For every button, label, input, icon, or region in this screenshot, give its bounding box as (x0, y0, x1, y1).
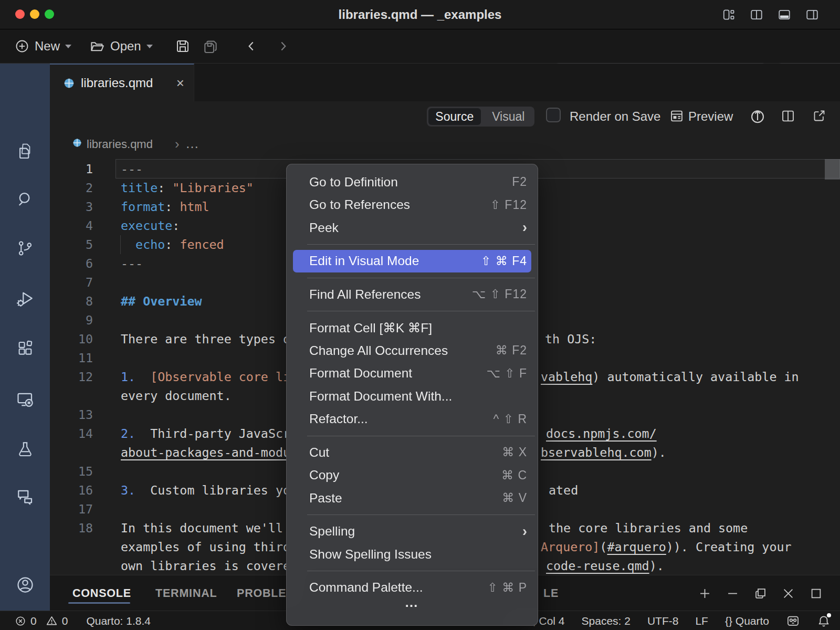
code-line[interactable]: own libraries is covere (121, 556, 290, 575)
code-line[interactable]: examples of using third (121, 538, 290, 556)
sidebar-item-run-debug[interactable] (0, 282, 50, 316)
status-item-lf[interactable]: LF (695, 615, 708, 627)
code-line-continuation[interactable]: docs.npmjs.com/ (546, 424, 657, 443)
sidebar-item-testing[interactable] (0, 433, 50, 466)
panel-tab-le[interactable]: LE (543, 575, 559, 611)
search-icon (16, 190, 34, 208)
sidebar-item-comments[interactable] (0, 480, 50, 513)
sidebar-item-explorer[interactable] (0, 135, 50, 169)
error-count: 0 (30, 615, 37, 627)
menu-item-peek[interactable]: Peek› (287, 216, 538, 239)
menu-item-label: Format Document (309, 366, 486, 381)
maximize-icon[interactable] (809, 586, 823, 601)
code-line[interactable]: echo: fenced (121, 235, 224, 254)
secondary-sidebar-icon[interactable] (805, 8, 819, 22)
tab-source[interactable]: Source (428, 108, 481, 125)
menu-item-format-cell-k-f[interactable]: Format Cell [⌘K ⌘F] (287, 317, 538, 340)
status-item-spaces-2[interactable]: Spaces: 2 (582, 615, 631, 627)
tab-visual[interactable]: Visual (482, 108, 535, 125)
code-line-continuation[interactable]: ated (549, 481, 578, 500)
line-number: 10 (50, 330, 93, 349)
menu-item-go-to-references[interactable]: Go to References⇧ F12 (287, 194, 538, 217)
close-icon[interactable] (781, 586, 795, 601)
menu-item-format-document[interactable]: Format Document⌥ ⇧ F (287, 362, 538, 385)
menu-separator (307, 571, 535, 571)
save-icon (175, 38, 191, 54)
line-number: 15 (50, 462, 93, 481)
back-button[interactable] (245, 34, 258, 59)
code-line-continuation[interactable]: th OJS: (545, 330, 596, 349)
open-button[interactable]: Open (89, 34, 153, 59)
line-number: 5 (50, 235, 93, 254)
editor-scrollbar-thumb[interactable] (825, 159, 840, 180)
preview-button[interactable] (669, 109, 684, 123)
menu-item-spelling[interactable]: Spelling› (287, 520, 538, 543)
error-icon[interactable]: 0 (15, 615, 37, 627)
panel-icon[interactable] (778, 8, 791, 22)
menu-item-change-all-occurrences[interactable]: Change All Occurrences⌘ F2 (287, 339, 538, 362)
menu-overflow-indicator[interactable]: … (287, 594, 538, 611)
code-line-continuation[interactable]: the core libraries and some (549, 519, 748, 538)
line-number: 12 (50, 368, 93, 386)
sidebar-item-search[interactable] (0, 182, 50, 216)
menu-separator (307, 278, 535, 278)
code-line[interactable]: title: "Libraries" (121, 178, 254, 197)
menu-item-edit-in-visual-mode[interactable]: Edit in Visual Mode⇧ ⌘ F4 (293, 250, 531, 273)
feedback-icon[interactable] (786, 614, 800, 628)
sidebar-item-source-control[interactable] (0, 232, 50, 265)
open-in-new-window-button[interactable] (812, 109, 826, 123)
code-line[interactable]: format: html (121, 197, 209, 216)
render-button[interactable] (749, 108, 766, 124)
panel-tab-terminal[interactable]: TERMINAL (155, 575, 217, 611)
breadcrumb-file[interactable]: libraries.qmd (87, 131, 153, 158)
save-all-button[interactable] (202, 34, 219, 59)
code-line-continuation[interactable]: code-reuse.qmd). (546, 556, 664, 575)
plus-icon[interactable] (698, 586, 712, 601)
menu-item-copy[interactable]: Copy⌘ C (287, 464, 538, 487)
restore-icon[interactable] (753, 586, 768, 601)
code-line-continuation[interactable]: vablehq) automatically available in (541, 368, 799, 386)
code-line-continuation[interactable]: Arquero](#arquero)). Creating your (541, 538, 792, 556)
breadcrumb-more[interactable]: … (185, 131, 199, 155)
code-line[interactable]: execute: (121, 216, 180, 235)
code-line[interactable]: 2. Third-party JavaScr (121, 424, 290, 443)
sidebar-item-extensions[interactable] (0, 332, 50, 365)
menu-item-refactor[interactable]: Refactor...^ ⇧ R (287, 408, 538, 431)
close-icon[interactable]: × (176, 75, 184, 91)
code-line[interactable]: --- (121, 160, 143, 178)
code-line[interactable]: every document. (121, 386, 232, 405)
menu-item-go-to-definition[interactable]: Go to DefinitionF2 (287, 171, 538, 194)
panel-tab-console[interactable]: CONSOLE (72, 575, 131, 611)
new-button[interactable]: New (15, 34, 71, 59)
warning-icon[interactable]: 0 (46, 615, 68, 627)
code-line[interactable]: --- (121, 254, 143, 273)
code-line-continuation[interactable]: bservablehq.com). (541, 443, 666, 462)
sidebar-item-account[interactable] (0, 568, 50, 602)
code-line[interactable]: 3. Custom libraries yo (121, 481, 290, 500)
code-line[interactable]: ## Overview (121, 292, 202, 311)
forward-button[interactable] (276, 34, 290, 59)
quarto-version[interactable]: Quarto: 1.8.4 (86, 615, 151, 627)
status-item-utf-8[interactable]: UTF-8 (647, 615, 679, 627)
menu-item-label: Go to Definition (309, 175, 512, 190)
code-line[interactable]: 1. [Observable core li (121, 368, 290, 386)
split-editor-button[interactable] (781, 109, 795, 123)
menu-item-show-spelling-issues[interactable]: Show Spelling Issues (287, 543, 538, 566)
split-editor-icon[interactable] (750, 8, 763, 22)
render-on-save-checkbox[interactable] (546, 108, 561, 122)
tab-libraries-qmd[interactable]: libraries.qmd × (50, 64, 194, 101)
sidebar-item-remote-sessions[interactable] (0, 383, 50, 416)
bell-icon[interactable] (817, 614, 831, 628)
code-line[interactable]: In this document we'll (121, 519, 290, 538)
minimize-icon[interactable] (726, 586, 740, 601)
save-button[interactable] (175, 34, 191, 59)
menu-item-cut[interactable]: Cut⌘ X (287, 441, 538, 464)
menu-item-find-all-references[interactable]: Find All References⌥ ⇧ F12 (287, 283, 538, 306)
menu-item-format-document-with[interactable]: Format Document With... (287, 385, 538, 408)
menu-item-paste[interactable]: Paste⌘ V (287, 487, 538, 510)
code-line[interactable]: about-packages-and-modu (121, 443, 290, 462)
status-item-quarto[interactable]: {} Quarto (725, 615, 769, 627)
layout-customize-icon[interactable] (722, 8, 736, 22)
menu-separator (307, 311, 535, 311)
code-line[interactable]: There are three types o (121, 330, 290, 349)
